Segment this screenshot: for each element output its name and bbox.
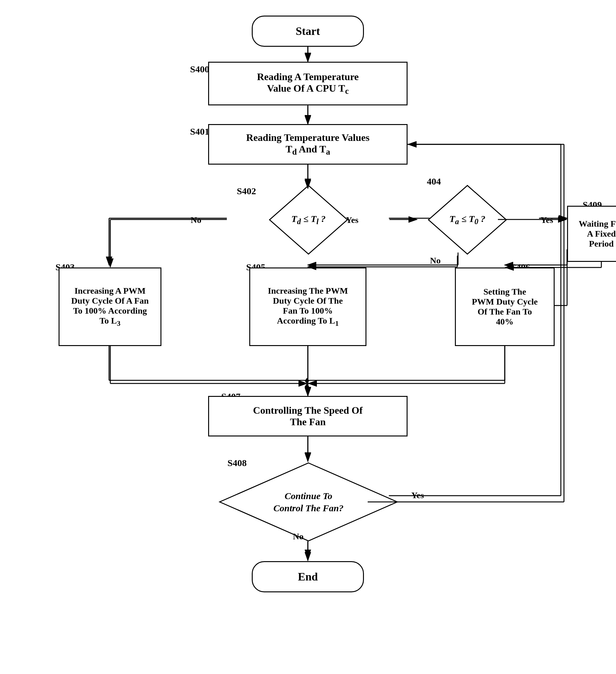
flowchart: Start S400 Reading A TemperatureValue Of… (0, 0, 616, 674)
s407-process: Controlling The Speed OfThe Fan (208, 396, 407, 436)
s408-diamond-container: Continue ToControl The Fan? (187, 461, 430, 542)
end-label: End (298, 570, 318, 583)
s402-no-label: No (191, 215, 201, 225)
s400-label: Reading A TemperatureValue Of A CPU Tc (257, 71, 359, 96)
s404-diamond-container: Ta ≤ T0 ? (396, 184, 539, 256)
s409-process: Waiting ForA FixedPeriod (567, 206, 616, 262)
s407-label: Controlling The Speed OfThe Fan (253, 405, 363, 428)
end-terminal: End (252, 561, 364, 592)
svg-marker-51 (305, 383, 309, 390)
s404-text: Ta ≤ T0 ? (436, 213, 499, 227)
s408-yes-label: Yes (411, 490, 424, 500)
s401-process: Reading Temperature ValuesTd And Ta (208, 124, 407, 164)
s404-no-label: No (430, 256, 441, 265)
s406-label: Setting ThePWM Duty CycleOf The Fan To40… (472, 287, 538, 327)
s404-step-label: 404 (427, 176, 441, 187)
s402-diamond: Td ≤ Tl ? (268, 184, 349, 256)
s400-process: Reading A TemperatureValue Of A CPU Tc (208, 62, 407, 105)
s405-label: Increasing The PWMDuty Cycle Of TheFan T… (268, 286, 348, 328)
s401-step-label: S401 (190, 126, 209, 137)
svg-marker-52 (305, 378, 309, 383)
s402-text: Td ≤ Tl ? (277, 213, 340, 227)
s403-label: Increasing A PWMDuty Cycle Of A FanTo 10… (71, 286, 149, 328)
start-label: Start (296, 25, 320, 38)
s402-step-label: S402 (237, 186, 256, 196)
s402-diamond-container: Td ≤ Tl ? (187, 184, 430, 256)
s404-yes-label: Yes (540, 215, 553, 225)
s408-text: Continue ToControl The Fan? (259, 490, 358, 514)
s408-no-label: No (293, 532, 303, 542)
s405-process: Increasing The PWMDuty Cycle Of TheFan T… (249, 267, 366, 346)
start-terminal: Start (252, 16, 364, 47)
s403-process: Increasing A PWMDuty Cycle Of A FanTo 10… (58, 267, 161, 346)
s404-diamond: Ta ≤ T0 ? (427, 184, 508, 256)
s401-label: Reading Temperature ValuesTd And Ta (246, 132, 370, 157)
s400-step-label: S400 (190, 64, 209, 75)
s406-process: Setting ThePWM Duty CycleOf The Fan To40… (455, 267, 555, 346)
s408-diamond: Continue ToControl The Fan? (218, 461, 399, 542)
s402-yes-label: Yes (346, 215, 358, 225)
s409-label: Waiting ForA FixedPeriod (579, 219, 616, 249)
